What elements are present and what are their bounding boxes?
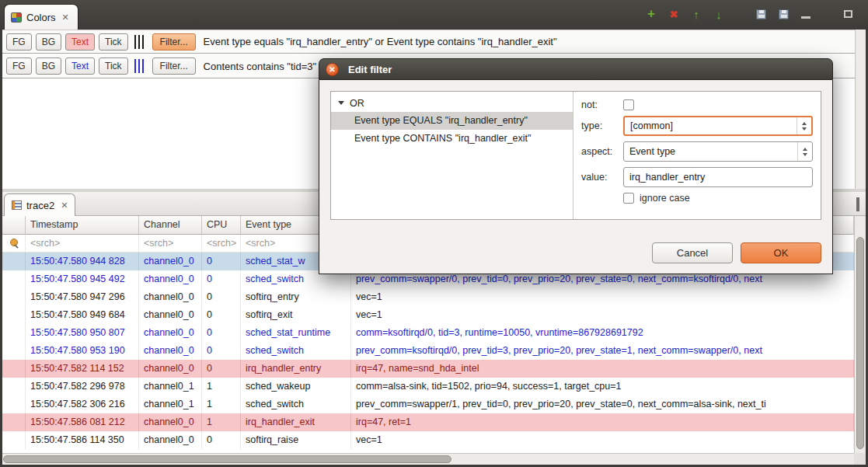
filter-tree-node[interactable]: Event type EQUALS "irq_handler_entry"	[331, 112, 573, 130]
cell-cpu: 0	[202, 431, 241, 449]
scrollbar-corner	[854, 453, 866, 465]
expand-arrow-icon[interactable]	[338, 101, 344, 105]
type-label: type:	[581, 120, 623, 131]
dialog-body: OR Event type EQUALS "irq_handler_entry"…	[319, 80, 833, 274]
filter-tree-root[interactable]: OR	[331, 94, 573, 112]
tab-trace2-label: trace2	[26, 200, 54, 211]
dialog-close-icon[interactable]: ✕	[326, 63, 339, 76]
row-header-cell	[2, 253, 26, 270]
dialog-content: OR Event type EQUALS "irq_handler_entry"…	[330, 91, 821, 220]
combo-spinner-icon[interactable]	[797, 117, 811, 134]
cell-channel: channel0_0	[139, 288, 202, 306]
cancel-button[interactable]: Cancel	[652, 242, 733, 263]
maximize-view-icon[interactable]	[840, 6, 856, 22]
search-cell[interactable]: <srch>	[139, 235, 202, 253]
table-row[interactable]: 15:50:47.580 953 190channel0_00sched_swi…	[2, 342, 854, 360]
filter-button[interactable]: Filter...	[152, 58, 196, 75]
cell-channel: channel0_0	[139, 413, 202, 431]
dialog-titlebar[interactable]: ✕ Edit filter	[319, 58, 833, 80]
table-row[interactable]: 15:50:47.582 296 978channel0_11sched_wak…	[2, 378, 854, 396]
value-input[interactable]: irq_handler_entry	[623, 167, 813, 187]
filter-tree-node[interactable]: Event type CONTAINS "irq_handler_exit"	[331, 130, 573, 148]
trace-table-body: 15:50:47.580 944 828channel0_00sched_sta…	[2, 253, 854, 449]
cell-contents: vec=1	[351, 288, 854, 306]
not-label: not:	[581, 99, 623, 110]
cell-contents: irq=47, ret=1	[351, 413, 854, 431]
export-colors-icon[interactable]	[753, 6, 769, 22]
cell-contents: comm=alsa-sink, tid=1502, prio=94, succe…	[351, 378, 854, 396]
search-pin-cell[interactable]	[2, 235, 26, 253]
fg-button[interactable]: FG	[6, 58, 32, 75]
value-input-text: irq_handler_entry	[629, 172, 705, 183]
tab-trace2[interactable]: trace2 ✕	[4, 193, 75, 216]
cell-channel: channel0_0	[139, 431, 202, 449]
column-header-channel[interactable]: Channel	[139, 216, 202, 235]
tab-colors[interactable]: Colors ✕	[4, 4, 78, 30]
cell-timestamp: 15:50:47.580 945 492	[26, 270, 139, 288]
cell-cpu: 1	[202, 396, 241, 413]
delete-color-icon[interactable]: ✖	[666, 6, 682, 22]
search-cell[interactable]: <srch>	[202, 235, 241, 253]
type-combo-value: [common]	[630, 120, 673, 131]
add-color-icon[interactable]: +	[643, 6, 659, 22]
type-combo[interactable]: [common]	[623, 116, 813, 136]
cell-event_type: sched_switch	[241, 342, 351, 360]
combo-spinner-icon[interactable]	[797, 142, 812, 161]
aspect-label: aspect:	[581, 146, 623, 157]
vertical-scrollbar[interactable]	[854, 216, 866, 453]
text-sample[interactable]: Text	[65, 58, 95, 75]
cell-channel: channel0_1	[139, 378, 202, 396]
tab-trace2-close-icon[interactable]: ✕	[61, 200, 68, 211]
colors-scrollbar[interactable]	[855, 30, 866, 189]
cell-contents: vec=1	[351, 306, 854, 324]
ok-button[interactable]: OK	[741, 242, 821, 263]
vertical-scrollbar-thumb[interactable]	[856, 237, 864, 449]
not-checkbox[interactable]	[623, 99, 634, 110]
cell-event_type: softirq_raise	[241, 431, 351, 449]
table-row[interactable]: 15:50:47.586 081 212channel0_01irq_handl…	[2, 413, 854, 431]
table-row[interactable]: 15:50:47.582 306 216channel0_11sched_swi…	[2, 396, 854, 413]
text-sample[interactable]: Text	[65, 33, 95, 51]
cell-timestamp: 15:50:47.582 296 978	[26, 378, 139, 396]
horizontal-scrollbar[interactable]	[2, 453, 854, 465]
aspect-combo[interactable]: Event type	[623, 141, 813, 162]
row-header-cell	[2, 288, 26, 306]
bg-button[interactable]: BG	[36, 33, 61, 51]
colors-view-icon	[11, 12, 22, 23]
bg-button[interactable]: BG	[36, 58, 61, 75]
cell-contents: comm=ksoftirqd/0, tid=3, runtime=10050, …	[351, 324, 854, 342]
cell-timestamp: 15:50:47.580 953 190	[26, 342, 139, 360]
cell-contents: prev_comm=ksoftirqd/0, prev_tid=3, prev_…	[351, 342, 854, 360]
cell-event_type: softirq_entry	[241, 288, 351, 306]
tick-button[interactable]: Tick	[99, 58, 128, 75]
move-up-icon[interactable]: ↑	[688, 6, 704, 22]
filter-button[interactable]: Filter...	[152, 33, 196, 51]
minimize-view-icon[interactable]	[798, 6, 814, 22]
horizontal-scrollbar-thumb[interactable]	[3, 455, 451, 463]
fg-button[interactable]: FG	[6, 33, 32, 51]
row-header-cell	[2, 324, 26, 342]
tick-button[interactable]: Tick	[99, 33, 128, 51]
table-row[interactable]: 15:50:47.586 114 350channel0_00softirq_r…	[2, 431, 854, 449]
cell-cpu: 0	[202, 253, 241, 270]
cell-channel: channel0_0	[139, 342, 202, 360]
tab-colors-label: Colors	[26, 12, 56, 23]
table-row[interactable]: 15:50:47.580 949 684channel0_00softirq_e…	[2, 306, 854, 324]
table-row[interactable]: 15:50:47.580 947 296channel0_00softirq_e…	[2, 288, 854, 306]
tree-root-label: OR	[350, 98, 364, 109]
row-header-cell	[2, 431, 26, 449]
import-colors-icon[interactable]	[776, 6, 791, 22]
tab-colors-close-icon[interactable]: ✕	[62, 12, 69, 23]
column-header-cpu[interactable]: CPU	[202, 216, 241, 235]
table-row[interactable]: 15:50:47.580 950 807channel0_00sched_sta…	[2, 324, 854, 342]
column-header-timestamp[interactable]: Timestamp	[26, 216, 139, 235]
ignore-case-checkbox[interactable]	[623, 193, 634, 204]
cell-event_type: sched_stat_runtime	[241, 324, 351, 342]
color-setting-row[interactable]: FG BG Text Tick Filter... Event type equ…	[2, 30, 855, 54]
move-down-icon[interactable]: ↓	[711, 6, 727, 22]
search-cell[interactable]: <srch>	[26, 235, 139, 253]
maximize-trace-view-icon[interactable]	[856, 199, 859, 210]
cell-cpu: 1	[202, 413, 241, 431]
table-row[interactable]: 15:50:47.582 114 152channel0_00irq_handl…	[2, 360, 854, 378]
row-header-cell	[2, 413, 26, 431]
